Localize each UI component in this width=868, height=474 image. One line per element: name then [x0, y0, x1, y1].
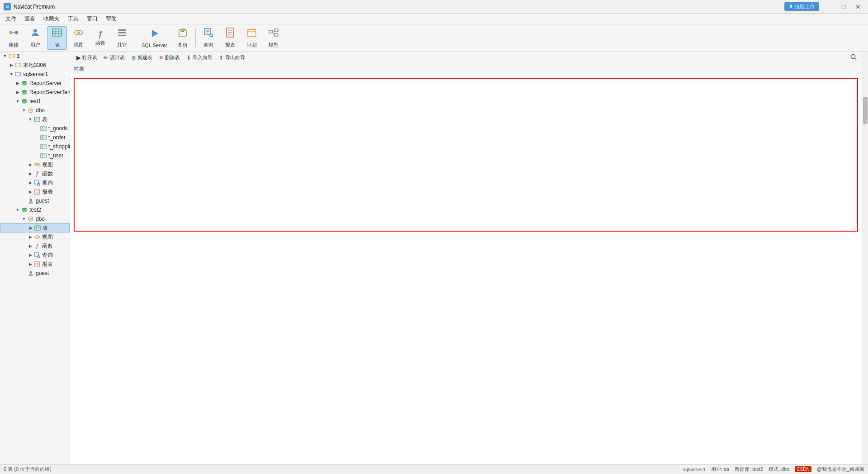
svg-rect-54 [41, 135, 46, 140]
toggle-local[interactable]: ▶ [8, 63, 14, 67]
toggle-reports1[interactable]: ▶ [27, 190, 33, 194]
tree-item-views1[interactable]: ▶ 视图 [0, 160, 70, 169]
svg-rect-60 [41, 153, 46, 158]
design-table-button[interactable]: ✏ 设计表 [101, 53, 127, 63]
table-group-icon-2 [34, 224, 41, 232]
toolbar-function[interactable]: ƒ 函数 [90, 26, 110, 50]
toggle-queries2[interactable]: ▶ [27, 253, 33, 257]
toggle-tables1[interactable]: ▼ [27, 117, 33, 122]
toolbar-query[interactable]: 查询 [198, 26, 218, 50]
tree-item-funcs2[interactable]: ▶ ƒ 函数 [0, 242, 70, 251]
toggle-views2[interactable]: ▶ [27, 235, 33, 239]
toolbar-view[interactable]: 视图 [69, 26, 89, 50]
tree-item-reports2[interactable]: ▶ 报表 [0, 260, 70, 269]
new-table-button[interactable]: ⊕ 新建表 [128, 53, 155, 63]
connect-label: 连接 [9, 42, 19, 48]
toolbar-connect[interactable]: 连接 [4, 26, 24, 50]
toggle-1[interactable]: ▼ [2, 54, 8, 58]
upload-button[interactable]: ⬆ 拉链上传 [784, 2, 819, 11]
schema-icon-dbo1 [27, 107, 34, 114]
toolbar-separator-2 [195, 29, 196, 47]
server-icon-local [14, 62, 22, 69]
svg-rect-32 [269, 30, 273, 33]
maximize-button[interactable]: □ [837, 2, 850, 11]
table-icon-t_shopping [40, 143, 47, 150]
close-button[interactable]: ✕ [852, 2, 864, 11]
toggle-test1[interactable]: ▼ [14, 99, 21, 104]
tree-label-dbo1: dbo [36, 107, 45, 114]
tree-item-reportserver[interactable]: ▶ ReportServer [0, 79, 70, 88]
search-button[interactable] [849, 52, 858, 63]
tree-item-t_order[interactable]: t_order [0, 133, 70, 142]
table-group-icon-1 [33, 116, 41, 123]
function-label: 函数 [95, 40, 105, 47]
scrollbar-thumb[interactable] [863, 97, 868, 124]
tree-label-local: 本地3306 [23, 62, 46, 69]
tree-item-t_shopping[interactable]: t_shopping [0, 142, 70, 151]
tree-item-sqlserver1[interactable]: ▼ sqlserver1 [0, 70, 70, 79]
toggle-reportservertempdb[interactable]: ▶ [14, 90, 21, 95]
open-table-label: 打开表 [82, 54, 97, 61]
svg-rect-28 [248, 29, 256, 37]
tree-item-t_user[interactable]: t_user [0, 151, 70, 160]
toggle-reportserver[interactable]: ▶ [14, 81, 21, 85]
menu-tools[interactable]: 工具 [64, 14, 82, 24]
toggle-test2[interactable]: ▼ [14, 208, 21, 212]
toggle-views1[interactable]: ▶ [27, 162, 33, 167]
toggle-funcs1[interactable]: ▶ [27, 171, 33, 176]
menu-help[interactable]: 帮助 [102, 14, 120, 24]
tree-item-dbo2[interactable]: ▼ dbo [0, 214, 70, 223]
tree-item-views2[interactable]: ▶ 视图 [0, 232, 70, 242]
toggle-dbo1[interactable]: ▼ [21, 108, 27, 113]
toolbar-sqlserver[interactable]: SQL Server [138, 26, 171, 50]
menu-favorites[interactable]: 收藏夹 [40, 14, 63, 24]
tree-item-reportservertempdb[interactable]: ▶ ReportServerTempDB [0, 88, 70, 97]
toolbar-backup[interactable]: 备份 [173, 26, 193, 50]
export-wizard-button[interactable]: ⬆ 导出向导 [216, 53, 248, 63]
toggle-tables2[interactable]: ▶ [28, 226, 34, 230]
svg-point-74 [30, 218, 32, 220]
tree-item-queries1[interactable]: ▶ 查询 [0, 178, 70, 187]
toolbar-user[interactable]: 用户 [25, 26, 45, 50]
model-icon [268, 27, 279, 41]
tree-item-test2[interactable]: ▼ test2 [0, 205, 70, 214]
tree-item-tables1[interactable]: ▼ 表 [0, 115, 70, 124]
toggle-sqlserver1[interactable]: ▼ [8, 72, 14, 76]
svg-rect-51 [41, 126, 46, 131]
toolbar-table[interactable]: 表 [47, 26, 67, 50]
tree-item-local[interactable]: ▶ 本地3306 [0, 61, 70, 70]
tree-item-funcs1[interactable]: ▶ ƒ 函数 [0, 169, 70, 178]
menu-view[interactable]: 查看 [21, 14, 39, 24]
report-icon [225, 27, 236, 41]
delete-table-button[interactable]: ✕ 删除表 [156, 53, 183, 63]
toggle-reports2[interactable]: ▶ [27, 262, 33, 266]
toggle-queries1[interactable]: ▶ [27, 180, 33, 185]
open-table-button[interactable]: ▶ 打开表 [74, 53, 100, 63]
menu-window[interactable]: 窗口 [83, 14, 101, 24]
tree-item-guest2[interactable]: guest [0, 269, 70, 278]
tree-item-test1[interactable]: ▼ test1 [0, 97, 70, 106]
minimize-button[interactable]: ─ [823, 2, 835, 11]
svg-rect-34 [274, 33, 278, 36]
tree-item-reports1[interactable]: ▶ 报表 [0, 187, 70, 196]
app-title: Navicat Premium [14, 4, 55, 10]
tree-item-dbo1[interactable]: ▼ dbo [0, 106, 70, 115]
query-label: 查询 [203, 42, 213, 48]
tree-item-tables2[interactable]: ▶ 表 [0, 223, 70, 232]
toolbar-other[interactable]: 其它 [112, 26, 132, 50]
title-bar-left: N Navicat Premium [4, 3, 55, 10]
toggle-funcs2[interactable]: ▶ [27, 244, 33, 248]
tree-item-guest1[interactable]: guest [0, 196, 70, 205]
toolbar-report[interactable]: 报表 [220, 26, 240, 50]
tree-item-t_goods[interactable]: t_goods [0, 124, 70, 133]
tree-item-1[interactable]: ▼ 1 [0, 52, 70, 61]
toolbar-schedule[interactable]: 计划 [242, 26, 262, 50]
vertical-scrollbar[interactable] [862, 52, 868, 464]
toggle-dbo2[interactable]: ▼ [21, 217, 27, 221]
tree-label-reports2: 报表 [42, 261, 53, 268]
menu-file[interactable]: 文件 [2, 14, 20, 24]
import-wizard-button[interactable]: ⬇ 导入向导 [184, 53, 215, 63]
toolbar-model[interactable]: 模型 [264, 26, 283, 50]
tree-item-queries2[interactable]: ▶ 查询 [0, 251, 70, 260]
svg-rect-4 [52, 29, 61, 36]
